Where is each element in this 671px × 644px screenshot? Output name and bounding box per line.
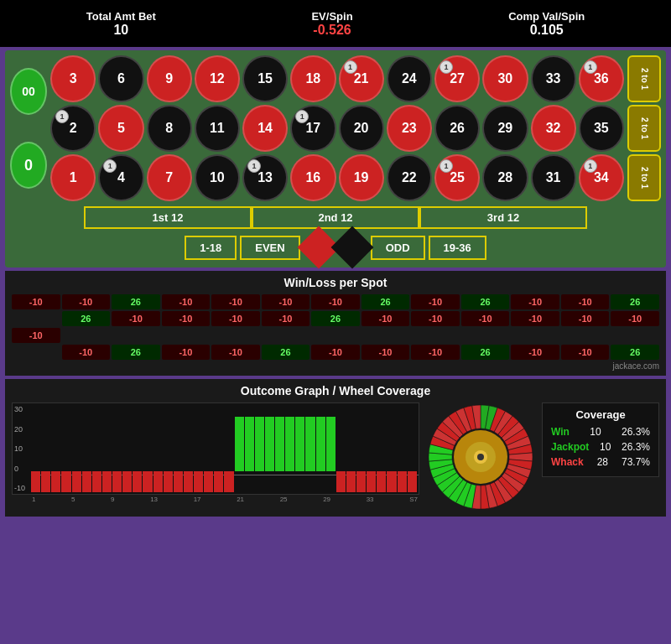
number-26[interactable]: 26 xyxy=(434,105,480,152)
wl-cell-0-4: -10 xyxy=(211,294,260,309)
wl-cell-1-1: 26 xyxy=(62,311,111,326)
y-axis: 30 20 10 0 -10 xyxy=(14,403,25,494)
bar-18 xyxy=(214,471,223,492)
number-11[interactable]: 11 xyxy=(195,105,240,152)
bar-21 xyxy=(245,417,254,492)
even-bet-button[interactable]: EVEN xyxy=(240,236,299,260)
cov-jackpot-label: Jackpot xyxy=(551,441,589,453)
number-34[interactable]: 134 xyxy=(579,154,624,201)
number-32[interactable]: 32 xyxy=(531,105,576,152)
bar-11 xyxy=(143,471,152,492)
number-24[interactable]: 24 xyxy=(387,55,432,102)
winloss-title: Win/Loss per Spot xyxy=(12,276,659,289)
number-13[interactable]: 113 xyxy=(242,154,288,201)
coverage-whack-row: Whack 28 73.7% xyxy=(551,456,650,468)
coverage-title: Coverage xyxy=(551,408,650,421)
number-23[interactable]: 23 xyxy=(387,105,432,152)
number-20[interactable]: 20 xyxy=(339,105,384,152)
y-label-30: 30 xyxy=(14,405,25,413)
third-dozen-button[interactable]: 3rd 12 xyxy=(419,206,587,229)
number-30[interactable]: 30 xyxy=(482,55,528,102)
number-8[interactable]: 8 xyxy=(147,105,192,152)
bar-35 xyxy=(387,471,396,492)
bar-20 xyxy=(235,417,244,492)
wl-cell-3-0 xyxy=(12,345,60,360)
number-7[interactable]: 7 xyxy=(147,154,192,201)
high-bet-button[interactable]: 19-36 xyxy=(429,236,486,260)
number-14[interactable]: 14 xyxy=(242,105,288,152)
number-4[interactable]: 14 xyxy=(98,154,143,201)
number-16[interactable]: 16 xyxy=(290,154,336,201)
number-22[interactable]: 22 xyxy=(387,154,432,201)
number-29[interactable]: 29 xyxy=(482,105,528,152)
bar-37 xyxy=(408,471,417,492)
comp-val-col: Comp Val/Spin 0.105 xyxy=(508,10,585,38)
number-27[interactable]: 127 xyxy=(434,55,480,102)
number-19[interactable]: 19 xyxy=(339,154,384,201)
zero-button[interactable]: 0 xyxy=(10,142,47,189)
wl-cell-1-3: -10 xyxy=(162,311,211,326)
two-to-one-top[interactable]: 2 to 1 xyxy=(627,55,661,102)
coverage-table: Coverage Win 10 26.3% Jackpot 10 26.3% W… xyxy=(542,402,659,477)
wl-cell-3-4: -10 xyxy=(211,345,260,360)
number-5[interactable]: 5 xyxy=(98,105,143,152)
bar-8 xyxy=(112,471,122,492)
number-31[interactable]: 31 xyxy=(531,154,576,201)
odd-bet-button[interactable]: ODD xyxy=(371,236,425,260)
total-amt-bet-label: Total Amt Bet xyxy=(86,10,156,23)
wl-cell-2-4 xyxy=(211,328,260,343)
number-36[interactable]: 136 xyxy=(579,55,624,102)
first-dozen-button[interactable]: 1st 12 xyxy=(84,206,252,229)
wl-cell-3-8: -10 xyxy=(411,345,460,360)
y-label-20: 20 xyxy=(14,425,25,434)
double-zero-button[interactable]: 00 xyxy=(10,68,47,115)
number-3[interactable]: 3 xyxy=(50,55,96,102)
number-6[interactable]: 6 xyxy=(98,55,143,102)
wl-cell-1-9: -10 xyxy=(461,311,510,326)
low-bet-button[interactable]: 1-18 xyxy=(185,236,237,260)
bar-23 xyxy=(265,417,274,492)
ev-spin-label: EV/Spin xyxy=(311,10,352,23)
bar-19 xyxy=(224,471,233,492)
cov-win-label: Win xyxy=(551,426,570,438)
wl-cell-2-0: -10 xyxy=(12,328,60,343)
number-28[interactable]: 28 xyxy=(482,154,528,201)
coverage-jackpot-row: Jackpot 10 26.3% xyxy=(551,441,650,453)
number-33[interactable]: 33 xyxy=(531,55,576,102)
number-1[interactable]: 1 xyxy=(50,154,96,201)
two-to-one-mid[interactable]: 2 to 1 xyxy=(627,105,661,152)
number-17[interactable]: 117 xyxy=(290,105,336,152)
number-21[interactable]: 121 xyxy=(339,55,384,102)
number-12[interactable]: 12 xyxy=(195,55,240,102)
wl-cell-0-6: -10 xyxy=(311,294,360,309)
black-diamond[interactable] xyxy=(330,226,373,269)
number-9[interactable]: 9 xyxy=(147,55,192,102)
wl-cell-3-11: -10 xyxy=(561,345,610,360)
bar-3 xyxy=(61,471,70,492)
bar-chart: 30 20 10 0 -10 xyxy=(12,402,419,495)
number-18[interactable]: 18 xyxy=(290,55,336,102)
number-25[interactable]: 125 xyxy=(434,154,480,201)
dozen-row: 1st 12 2nd 12 3rd 12 xyxy=(10,206,661,229)
y-label-neg10: -10 xyxy=(14,484,25,492)
wl-cell-1-2: -10 xyxy=(112,311,160,326)
wl-cell-2-12 xyxy=(611,328,659,343)
ev-spin-value: -0.526 xyxy=(311,23,352,38)
number-15[interactable]: 15 xyxy=(242,55,288,102)
number-2[interactable]: 12 xyxy=(50,105,96,152)
second-dozen-button[interactable]: 2nd 12 xyxy=(252,206,419,229)
wl-cell-2-7 xyxy=(362,328,410,343)
two-to-one-bot[interactable]: 2 to 1 xyxy=(627,154,661,201)
number-10[interactable]: 10 xyxy=(195,154,240,201)
bar-26 xyxy=(295,417,304,492)
wheel-center-dot xyxy=(477,454,484,460)
winloss-grid: -10-1026-10-10-10-1026-1026-10-102626-10… xyxy=(12,294,659,360)
bar-7 xyxy=(102,471,112,492)
y-label-10: 10 xyxy=(14,444,25,453)
bar-24 xyxy=(275,417,284,492)
bar-12 xyxy=(153,471,163,492)
number-35[interactable]: 35 xyxy=(579,105,624,152)
wl-cell-1-0 xyxy=(12,311,60,326)
bar-2 xyxy=(51,471,60,492)
bar-4 xyxy=(72,471,81,492)
